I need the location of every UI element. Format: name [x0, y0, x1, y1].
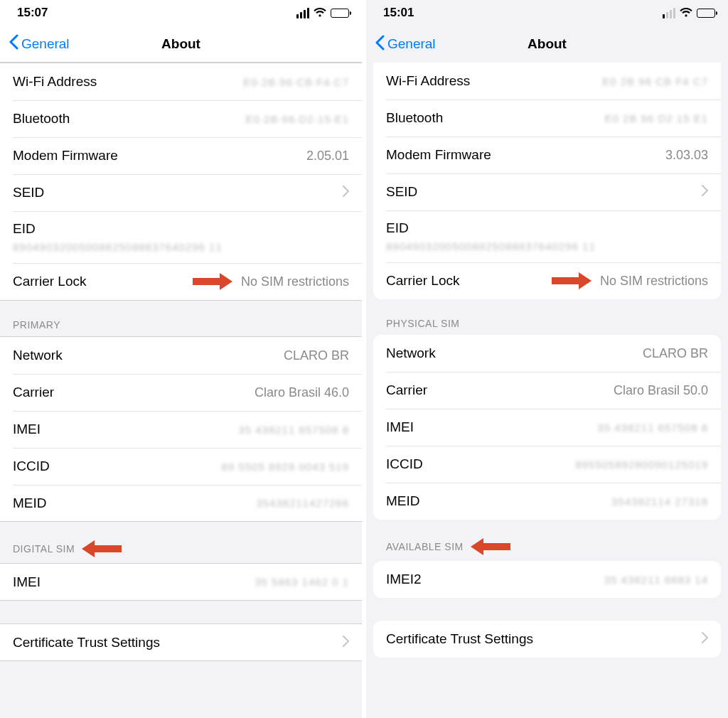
wifi-icon [680, 8, 692, 18]
row-network[interactable]: Network CLARO BR [0, 337, 362, 374]
meid-label: MEID [13, 495, 47, 511]
row-meid[interactable]: MEID 35438211427266 [0, 485, 362, 522]
section-primary: PRIMARY [0, 301, 362, 336]
section-physical-sim: PHYSICAL SIM [373, 299, 721, 335]
row-imei2[interactable]: IMEI2 35 438211 6683 14 [373, 561, 721, 598]
meid-value: 354382114 27318 [611, 495, 708, 508]
row-network[interactable]: Network CLARO BR [373, 335, 721, 372]
iccid-value: 89550589280090125019 [575, 459, 708, 471]
row-iccid[interactable]: ICCID 89550589280090125019 [373, 446, 721, 483]
row-bluetooth[interactable]: Bluetooth E0·2B·96·D2·15·E1 [0, 100, 362, 137]
imei-value: 35 438211 657508 8 [597, 422, 708, 434]
group-general: Wi-Fi Address E0 2B 96 CB F4 C7 Bluetoot… [373, 63, 721, 299]
network-value: CLARO BR [284, 348, 349, 363]
row-wifi-address[interactable]: Wi-Fi Address E0 2B 96 CB F4 C7 [373, 63, 721, 100]
row-carrier-lock[interactable]: Carrier Lock No SIM restrictions [373, 262, 721, 299]
group-primary: Network CLARO BR Carrier Claro Brasil 46… [0, 336, 362, 522]
cellular-icon [296, 8, 309, 18]
annotation-arrow-icon [193, 273, 232, 290]
modem-value: 3.03.03 [665, 148, 708, 163]
back-label: General [387, 36, 436, 52]
back-button[interactable]: General [375, 35, 436, 54]
chevron-left-icon [375, 35, 385, 54]
cellular-icon [663, 8, 675, 18]
section-digital-sim: DIGITAL SIM [0, 522, 362, 563]
row-carrier-lock[interactable]: Carrier Lock No SIM restrictions [0, 263, 362, 301]
seid-label: SEID [386, 184, 417, 200]
bt-value: E0 2B 96 D2 15 E1 [605, 112, 708, 124]
row-eid[interactable]: EID 89049032005008825088837640296 11 [373, 210, 721, 262]
imei-value: 35 438211 657508 8 [238, 424, 349, 436]
bt-value: E0·2B·96·D2·15·E1 [246, 113, 349, 125]
status-bar: 15:07 [0, 0, 362, 26]
spacer [373, 598, 721, 621]
seid-label: SEID [13, 185, 44, 200]
status-time: 15:01 [383, 6, 414, 20]
row-carrier[interactable]: Carrier Claro Brasil 50.0 [373, 372, 721, 409]
iccid-label: ICCID [13, 459, 50, 474]
back-label: General [21, 36, 70, 52]
digital-imei-value: 35 5863 1462 0 1 [255, 576, 349, 588]
group-digital-sim: IMEI 35 5863 1462 0 1 [0, 563, 362, 601]
status-icons [296, 8, 349, 18]
battery-icon [697, 9, 715, 18]
phone-left: 15:07 General About Wi-Fi Address E0·2B·… [0, 0, 362, 718]
row-wifi-address[interactable]: Wi-Fi Address E0·2B·96·CB·F4·C7 [0, 63, 362, 100]
digital-imei-label: IMEI [13, 574, 41, 590]
row-seid[interactable]: SEID [0, 174, 362, 211]
group-cert: Certificate Trust Settings [373, 621, 721, 658]
carrier-lock-label: Carrier Lock [13, 274, 86, 289]
row-carrier[interactable]: Carrier Claro Brasil 46.0 [0, 374, 362, 411]
row-eid[interactable]: EID 89049032005008825088837640296 11 [0, 211, 362, 263]
group-physical-sim: Network CLARO BR Carrier Claro Brasil 50… [373, 335, 721, 520]
row-digital-imei[interactable]: IMEI 35 5863 1462 0 1 [0, 564, 362, 601]
cert-label: Certificate Trust Settings [386, 631, 533, 647]
chevron-right-icon [343, 186, 349, 200]
status-icons [663, 8, 715, 18]
modem-label: Modem Firmware [13, 148, 118, 164]
carrier-label: Carrier [386, 382, 427, 398]
carrier-value: Claro Brasil 46.0 [255, 385, 349, 400]
network-label: Network [386, 345, 436, 361]
wifi-icon [314, 8, 326, 18]
chevron-right-icon [702, 185, 708, 199]
carrier-value: Claro Brasil 50.0 [614, 383, 708, 398]
meid-label: MEID [386, 493, 420, 509]
row-meid[interactable]: MEID 354382114 27318 [373, 483, 721, 520]
eid-label: EID [13, 221, 36, 237]
iccid-label: ICCID [386, 456, 423, 472]
annotation-arrow-icon [82, 540, 122, 557]
row-modem-firmware[interactable]: Modem Firmware 2.05.01 [0, 137, 362, 174]
section-available-sim: AVAILABLE SIM [373, 520, 721, 561]
cert-label: Certificate Trust Settings [13, 635, 160, 650]
row-imei[interactable]: IMEI 35 438211 657508 8 [373, 409, 721, 446]
annotation-arrow-icon [552, 272, 592, 289]
row-modem-firmware[interactable]: Modem Firmware 3.03.03 [373, 136, 721, 173]
wifi-label: Wi-Fi Address [386, 73, 470, 89]
nav-bar: General About [366, 26, 728, 63]
row-bluetooth[interactable]: Bluetooth E0 2B 96 D2 15 E1 [373, 100, 721, 136]
wifi-value: E0·2B·96·CB·F4·C7 [243, 76, 349, 88]
group-cert: Certificate Trust Settings [0, 623, 362, 661]
row-seid[interactable]: SEID [373, 173, 721, 210]
carrier-label: Carrier [13, 385, 54, 400]
nav-bar: General About [0, 26, 362, 63]
annotation-arrow-icon [471, 538, 510, 555]
battery-icon [331, 9, 349, 18]
row-iccid[interactable]: ICCID 89 5505 8928 0043 519 [0, 448, 362, 485]
row-imei[interactable]: IMEI 35 438211 657508 8 [0, 411, 362, 448]
bt-label: Bluetooth [13, 111, 70, 127]
row-cert-trust[interactable]: Certificate Trust Settings [373, 621, 721, 658]
back-button[interactable]: General [9, 34, 70, 53]
status-bar: 15:01 [366, 0, 728, 26]
iccid-value: 89 5505 8928 0043 519 [222, 461, 350, 473]
modem-value: 2.05.01 [306, 149, 349, 164]
network-value: CLARO BR [643, 346, 708, 361]
spacer [0, 601, 362, 623]
status-time: 15:07 [17, 6, 48, 20]
eid-label: EID [386, 220, 409, 236]
row-cert-trust[interactable]: Certificate Trust Settings [0, 624, 362, 661]
content: Wi-Fi Address E0 2B 96 CB F4 C7 Bluetoot… [366, 63, 728, 718]
network-label: Network [13, 348, 63, 363]
eid-value: 89049032005008825088837640296 11 [386, 240, 596, 252]
